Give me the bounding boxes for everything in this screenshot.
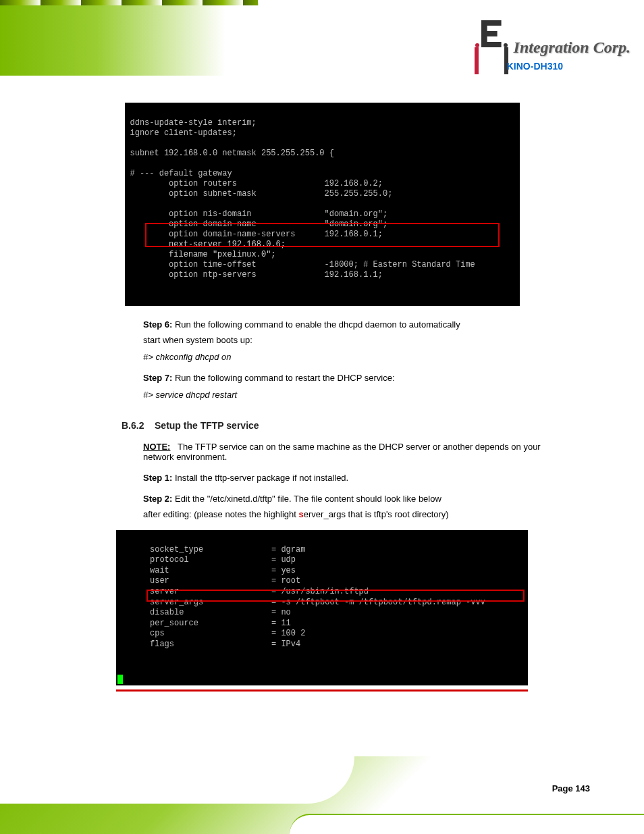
terminal-line: cps= 100 2: [150, 629, 305, 638]
step-body: Install the tftp-server package if not i…: [175, 473, 348, 483]
step-body-cont2: erver_args that is tftp's root directory…: [304, 509, 449, 519]
section-number: B.6.2: [122, 420, 144, 431]
step-label: Step 6:: [143, 319, 172, 330]
terminal-line: ignore client-updates;: [130, 128, 237, 138]
note-block: NOTE: The TFTP service can on the same m…: [143, 442, 563, 462]
tftp-step-2: Step 2: Edit the "/etc/xinetd.d/tftp" fi…: [143, 494, 603, 504]
terminal-line: option ntp-servers 192.168.1.1;: [130, 270, 383, 280]
highlight-box-icon: [145, 223, 500, 247]
terminal-line: user= root: [150, 576, 300, 585]
step-7-cmd: #> service dhcpd restart: [143, 390, 603, 400]
step-body-cont: start when system boots up:: [143, 335, 252, 345]
terminal-line: wait= yes: [150, 566, 296, 575]
terminal-line: protocol= udp: [150, 555, 296, 565]
document-title: KINO-DH310: [507, 61, 563, 72]
terminal-line: option time-offset -18000; # Eastern Sta…: [130, 260, 475, 269]
red-underline-decoration: [116, 689, 528, 692]
iei-logo-icon: [475, 20, 508, 74]
step-6-cont: start when system boots up:: [143, 335, 603, 345]
terminal-line: # --- default gateway: [130, 169, 232, 178]
footer-curve-shape: [290, 814, 644, 834]
step-7: Step 7: Run the following command to res…: [143, 373, 603, 383]
tftp-step-1: Step 1: Install the tftp-server package …: [143, 473, 603, 483]
terminal-line: flags= IPv4: [150, 640, 300, 649]
highlight-box-icon: [146, 590, 525, 602]
terminal-line: option subnet-mask 255.255.255.0;: [130, 189, 393, 199]
tftp-config-terminal: socket_type= dgram protocol= udp wait= y…: [116, 530, 528, 685]
page-number: Page 143: [552, 783, 590, 793]
step-label: Step 7:: [143, 373, 172, 383]
section-heading: B.6.2 Setup the TFTP service: [122, 420, 603, 431]
note-body: The TFTP service can on the same machine…: [143, 442, 541, 462]
step-body: Run the following command to enable the …: [175, 319, 460, 330]
terminal-line: option nis-domain "domain.org";: [130, 209, 388, 219]
step-6: Step 6: Run the following command to ena…: [143, 319, 603, 330]
step-body-cont: after editing: (please notes the highlig…: [143, 509, 299, 519]
terminal-line: disable= no: [150, 608, 291, 617]
footer-curve-shape: [0, 756, 354, 804]
terminal-line: option routers 192.168.0.2;: [130, 179, 383, 188]
cursor-icon: [117, 675, 123, 684]
step-body: Run the following command to restart the…: [175, 373, 395, 383]
step-6-cmd: #> chkconfig dhcpd on: [143, 352, 603, 362]
tftp-step-2-cont: after editing: (please notes the highlig…: [143, 509, 563, 519]
note-label: NOTE:: [143, 442, 170, 452]
dhcp-config-terminal: ddns-update-style interim; ignore client…: [125, 103, 520, 306]
section-title: Setup the TFTP service: [155, 420, 259, 431]
step-label: Step 2:: [143, 494, 172, 504]
red-letter: s: [299, 509, 304, 519]
terminal-line: subnet 192.168.0.0 netmask 255.255.255.0…: [130, 149, 334, 158]
footer-banner: [0, 756, 644, 834]
terminal-line: socket_type= dgram: [150, 545, 305, 554]
page-content: ddns-update-style interim; ignore client…: [0, 76, 644, 692]
terminal-line: ddns-update-style interim;: [130, 118, 257, 128]
terminal-line: filename "pxelinux.0";: [130, 250, 276, 259]
step-label: Step 1:: [143, 473, 172, 483]
company-name: Integration Corp.: [514, 38, 630, 57]
step-body: Edit the "/etc/xinetd.d/tftp" file. The …: [175, 494, 441, 504]
terminal-line: per_source= 11: [150, 619, 291, 628]
